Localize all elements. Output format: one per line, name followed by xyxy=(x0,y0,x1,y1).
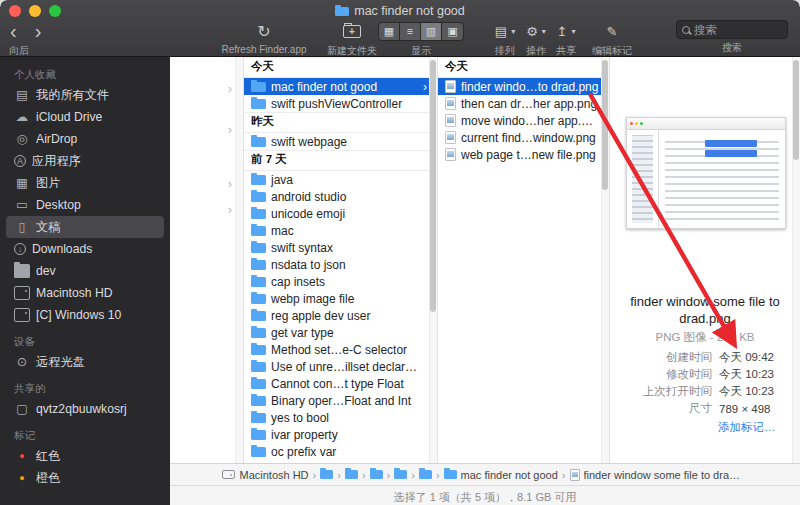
share-icon[interactable]: ↥ xyxy=(557,24,568,39)
path-item[interactable]: › xyxy=(345,469,366,481)
column-item[interactable]: Method set…e-C selector xyxy=(244,341,437,358)
path-item[interactable]: › xyxy=(370,469,391,481)
gear-icon[interactable]: ⚙ xyxy=(526,24,538,39)
disk-icon xyxy=(222,470,235,479)
scrollbar-track xyxy=(601,57,609,463)
path-item[interactable]: finder window some file to drad.png xyxy=(570,469,748,481)
column-item-label: 今天 xyxy=(251,59,427,74)
column-item[interactable]: unicode emoji xyxy=(244,205,437,222)
column-item[interactable]: ivar property xyxy=(244,426,437,443)
search-icon xyxy=(682,26,690,34)
column-item[interactable]: web page t…new file.png xyxy=(438,146,609,163)
column-item[interactable]: android studio xyxy=(244,188,437,205)
sidebar-item-label: qvtz2qbuuwkosrj xyxy=(36,402,127,416)
path-item[interactable]: › xyxy=(419,469,440,481)
sidebar-item[interactable]: ⊙ 远程光盘 xyxy=(6,351,164,373)
folder-icon xyxy=(419,470,432,479)
path-separator: › xyxy=(337,469,341,481)
sidebar-item[interactable]: ▢ qvtz2qbuuwkosrj xyxy=(6,398,164,420)
column-item[interactable]: get var type xyxy=(244,324,437,341)
search-field[interactable] xyxy=(676,20,788,39)
thumbnail-selection xyxy=(705,150,757,157)
refresh-icon[interactable]: ↻ xyxy=(257,22,270,41)
path-item[interactable]: › xyxy=(394,469,415,481)
forward-button[interactable]: › xyxy=(35,22,42,40)
tags-icon[interactable]: ✎ xyxy=(607,24,618,39)
column-item[interactable]: mac finder not good › xyxy=(244,78,437,95)
column-item[interactable]: java xyxy=(244,171,437,188)
sidebar-item-label: Downloads xyxy=(32,242,92,256)
sidebar-item: 共享的 xyxy=(6,382,164,396)
column-item-label: nsdata to json xyxy=(271,258,427,272)
image-icon xyxy=(445,148,456,161)
thumbnail-selection xyxy=(705,140,757,147)
column-item[interactable]: then can dr…her app.png xyxy=(438,95,609,112)
preview-pane: finder window some file to drad.png PNG … xyxy=(610,57,800,463)
column-item[interactable]: swift webpage xyxy=(244,133,437,150)
column-item[interactable]: finder windo…to drad.png xyxy=(438,78,609,95)
sidebar-item[interactable]: ☁ iCloud Drive xyxy=(6,106,164,128)
column-item[interactable]: swift pushViewController xyxy=(244,95,437,112)
sidebar-item[interactable]: ● 红色 xyxy=(6,445,164,467)
sidebar-item-label: 设备 xyxy=(14,335,35,349)
sidebar-item[interactable]: ▤ 我的所有文件 xyxy=(6,84,164,106)
chevron-right-icon: › xyxy=(228,124,232,136)
sidebar-item[interactable]: Macintosh HD xyxy=(6,282,164,304)
column-item[interactable]: Use of unre…illset declar… xyxy=(244,358,437,375)
folder-icon xyxy=(251,192,266,202)
column-item-label: webp image file xyxy=(271,292,427,306)
sidebar-item[interactable]: [C] Windows 10 xyxy=(6,304,164,326)
column-item[interactable]: webp image file xyxy=(244,290,437,307)
back-button[interactable]: ‹ xyxy=(10,22,17,40)
arrange-icon[interactable]: ▤ xyxy=(495,24,507,39)
column-item[interactable]: oc prefix var xyxy=(244,443,437,460)
column-item[interactable]: yes to bool xyxy=(244,409,437,426)
sidebar-item[interactable]: A 应用程序 xyxy=(6,150,164,172)
path-item[interactable]: mac finder not good › xyxy=(444,469,566,481)
path-separator: › xyxy=(436,469,440,481)
column-item[interactable]: current find…window.png xyxy=(438,129,609,146)
metadata-value: 今天 10:23 xyxy=(719,384,774,399)
search-input[interactable] xyxy=(690,24,782,36)
scrollbar-thumb[interactable] xyxy=(602,60,608,190)
sidebar-item[interactable]: ▯ 文稿 xyxy=(6,216,164,238)
sidebar-item-label: [C] Windows 10 xyxy=(36,308,121,322)
column-item[interactable]: nsdata to json xyxy=(244,256,437,273)
list-view-button[interactable]: ≡ xyxy=(400,23,421,40)
column-item[interactable]: swift syntax xyxy=(244,239,437,256)
sidebar-item-label: 远程光盘 xyxy=(36,354,85,371)
icon-view-button[interactable]: ▦ xyxy=(379,23,400,40)
column-item[interactable]: move windo…her app.png xyxy=(438,112,609,129)
edit-tags-group: ✎ 编辑标记 xyxy=(584,20,640,58)
sidebar-item[interactable]: ▭ Desktop xyxy=(6,194,164,216)
path-separator: › xyxy=(411,469,415,481)
sidebar-item[interactable]: dev xyxy=(6,260,164,282)
new-folder-icon[interactable]: + xyxy=(343,25,361,38)
sidebar-item[interactable]: ◎ AirDrop xyxy=(6,128,164,150)
column-item[interactable]: mac xyxy=(244,222,437,239)
sidebar-item-label: 我的所有文件 xyxy=(36,87,109,104)
sidebar-item[interactable]: ↓ Downloads xyxy=(6,238,164,260)
sidebar-item[interactable]: ● 橙色 xyxy=(6,467,164,489)
add-tags-link[interactable]: 添加标记… xyxy=(718,420,776,435)
path-separator: › xyxy=(313,469,317,481)
column-item[interactable]: cap insets xyxy=(244,273,437,290)
coverflow-view-button[interactable]: ▣ xyxy=(442,23,463,40)
scrollbar-thumb[interactable] xyxy=(793,60,799,160)
thumbnail-sidebar xyxy=(627,130,659,228)
path-separator: › xyxy=(387,469,391,481)
sidebar-item-label: 共享的 xyxy=(14,382,46,396)
scrollbar-thumb[interactable] xyxy=(430,60,436,312)
files-column: 今天 finder windo…to drad.png xyxy=(438,57,610,463)
path-item[interactable]: › xyxy=(320,469,341,481)
path-item[interactable]: Macintosh HD › xyxy=(222,469,316,481)
column-item[interactable]: Cannot con…t type Float xyxy=(244,375,437,392)
folder-icon xyxy=(251,294,266,304)
disk-icon xyxy=(14,308,30,322)
sidebar-item: 设备 xyxy=(6,335,164,349)
column-item[interactable]: reg apple dev user xyxy=(244,307,437,324)
column-view-button[interactable]: ▥ xyxy=(421,23,442,40)
column-item[interactable]: Binary oper…Float and Int xyxy=(244,392,437,409)
folder-icon xyxy=(251,345,266,355)
sidebar-item[interactable]: ▦ 图片 xyxy=(6,172,164,194)
